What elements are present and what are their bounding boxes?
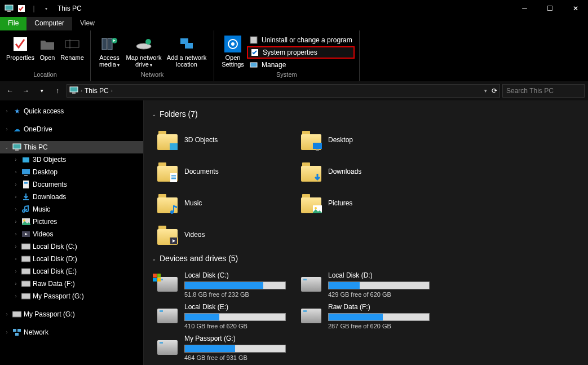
drive-icon (157, 309, 178, 323)
qat-properties-icon[interactable] (16, 3, 27, 14)
folder-icon (157, 193, 178, 213)
maximize-button[interactable]: ☐ (537, 0, 563, 17)
svg-rect-34 (21, 256, 30, 262)
chevron-right-icon[interactable]: › (3, 108, 10, 114)
chevron-right-icon[interactable]: › (12, 256, 19, 262)
tree-item[interactable]: ›Pictures (0, 216, 143, 228)
svg-rect-12 (185, 43, 193, 49)
search-input[interactable]: Search This PC (502, 84, 585, 98)
drive-icon (21, 292, 30, 301)
chevron-right-icon[interactable]: › (12, 269, 19, 274)
tab-view[interactable]: View (72, 17, 103, 30)
chevron-down-icon[interactable]: ⌄ (3, 144, 10, 150)
tree-this-pc[interactable]: ⌄This PC (0, 141, 143, 153)
up-button[interactable]: ↑ (51, 84, 64, 98)
system-properties-button[interactable]: System properties (247, 46, 355, 59)
refresh-button[interactable]: ⟳ (492, 87, 497, 95)
chevron-right-icon[interactable]: › (12, 281, 19, 287)
folder-item[interactable]: Music (152, 187, 295, 219)
drive-item[interactable]: Local Disk (D:)429 GB free of 620 GB (295, 269, 439, 300)
chevron-right-icon[interactable]: › (12, 293, 19, 299)
folder-icon (21, 168, 30, 177)
folders-section-header[interactable]: ⌄Folders (7) (152, 109, 580, 118)
map-drive-button[interactable]: Map network drive ▾ (123, 33, 164, 71)
chevron-right-icon[interactable]: › (12, 157, 19, 162)
chevron-right-icon[interactable]: › (12, 231, 19, 237)
tree-item[interactable]: ›My Passport (G:) (0, 290, 143, 302)
folder-item[interactable]: Videos (152, 219, 295, 250)
drive-icon (21, 254, 30, 263)
tree-quick-access[interactable]: ›★Quick access (0, 105, 143, 117)
properties-icon (11, 35, 29, 53)
tree-item[interactable]: ›3D Objects (0, 153, 143, 166)
folder-label: Desktop (328, 136, 353, 144)
tree-item[interactable]: ›Videos (0, 228, 143, 240)
chevron-right-icon[interactable]: › (111, 88, 113, 94)
history-dropdown[interactable]: ▾ (35, 84, 48, 98)
folder-item[interactable]: Downloads (295, 156, 439, 187)
address-bar[interactable]: › This PC › ▾ ⟳ (67, 84, 500, 98)
rename-button[interactable]: Rename (59, 33, 86, 71)
qat-dropdown-icon[interactable]: ▾ (41, 3, 52, 14)
tree-item[interactable]: ›Local Disk (C:) (0, 240, 143, 253)
svg-rect-43 (313, 143, 322, 149)
drive-item[interactable]: Raw Data (F:)287 GB free of 620 GB (295, 300, 439, 332)
chevron-right-icon[interactable]: › (3, 329, 10, 335)
folder-label: Music (184, 199, 202, 207)
properties-button[interactable]: Properties (5, 33, 36, 71)
drive-item[interactable]: Local Disk (C:)51.8 GB free of 232 GB (152, 269, 295, 300)
tree-item[interactable]: ›Desktop (0, 166, 143, 178)
address-dropdown-icon[interactable]: ▾ (484, 88, 487, 94)
tree-network[interactable]: ›Network (0, 326, 143, 338)
minimize-button[interactable]: ─ (512, 0, 537, 17)
add-network-location-icon (178, 35, 196, 53)
tree-item[interactable]: ›Documents (0, 178, 143, 191)
folder-item[interactable]: 3D Objects (152, 124, 295, 156)
svg-rect-25 (24, 175, 28, 176)
chevron-right-icon[interactable]: › (12, 182, 19, 187)
drive-free-text: 51.8 GB free of 232 GB (184, 291, 295, 298)
drive-free-text: 464 GB free of 931 GB (184, 354, 295, 361)
group-location-label: Location (5, 71, 86, 79)
tree-my-passport-ext[interactable]: ›My Passport (G:) (0, 308, 143, 320)
chevron-right-icon[interactable]: › (3, 311, 10, 317)
open-settings-button[interactable]: Open Settings (219, 33, 247, 71)
folder-item[interactable]: Documents (152, 156, 295, 187)
access-media-button[interactable]: Access media ▾ (95, 33, 123, 71)
tree-onedrive[interactable]: ›☁OneDrive (0, 123, 143, 135)
chevron-right-icon[interactable]: › (12, 206, 19, 212)
drives-section-header[interactable]: ⌄Devices and drives (5) (152, 254, 580, 263)
add-network-location-button[interactable]: Add a network location (164, 33, 209, 71)
gear-icon (224, 35, 242, 53)
chevron-right-icon[interactable]: › (12, 169, 19, 175)
breadcrumb-thispc[interactable]: This PC (85, 87, 109, 95)
svg-rect-24 (22, 169, 30, 174)
tab-computer[interactable]: Computer (26, 17, 72, 30)
folder-item[interactable]: Desktop (295, 124, 439, 156)
tab-file[interactable]: File (0, 17, 26, 30)
chevron-right-icon[interactable]: › (12, 219, 19, 225)
svg-rect-39 (13, 329, 16, 332)
chevron-right-icon[interactable]: › (12, 244, 19, 249)
tree-item[interactable]: ›Downloads (0, 191, 143, 203)
folder-item[interactable]: Pictures (295, 187, 439, 219)
tree-item[interactable]: ›Local Disk (D:) (0, 253, 143, 265)
chevron-right-icon[interactable]: › (81, 88, 82, 94)
tree-item[interactable]: ›Local Disk (E:) (0, 265, 143, 278)
back-button[interactable]: ← (3, 84, 17, 98)
svg-point-31 (23, 219, 25, 222)
forward-button[interactable]: → (19, 84, 33, 98)
open-button[interactable]: Open (36, 33, 59, 71)
chevron-right-icon[interactable]: › (12, 194, 19, 200)
svg-rect-23 (23, 157, 29, 162)
tree-item[interactable]: ›Raw Data (F:) (0, 278, 143, 290)
drive-label: Local Disk (C:) (184, 271, 295, 279)
folder-label: 3D Objects (184, 136, 218, 144)
drive-item[interactable]: My Passport (G:)464 GB free of 931 GB (152, 332, 295, 363)
uninstall-button[interactable]: Uninstall or change a program (247, 34, 355, 46)
chevron-right-icon[interactable]: › (3, 126, 10, 132)
drive-item[interactable]: Local Disk (E:)410 GB free of 620 GB (152, 300, 295, 332)
manage-button[interactable]: Manage (247, 59, 355, 71)
close-button[interactable]: ✕ (563, 0, 588, 17)
tree-item[interactable]: ›Music (0, 203, 143, 216)
